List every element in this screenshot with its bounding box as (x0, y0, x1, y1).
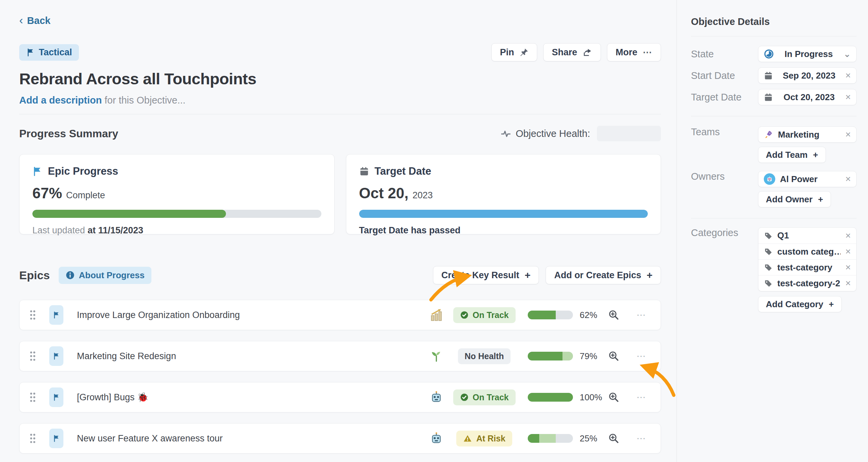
target-date-picker[interactable]: Oct 20, 2023 × (758, 89, 857, 105)
epic-percent: 62% (580, 310, 604, 320)
epic-row[interactable]: [Growth] Bugs 🐞 On Track 100% (19, 382, 661, 412)
state-select[interactable]: In Progress ⌄ (758, 46, 857, 62)
page-title: Rebrand Across all Touchpoints (19, 69, 661, 88)
main-content: ‹ Back Tactical Pin Share More ⋯ Rebrand… (0, 0, 676, 462)
add-team-button[interactable]: Add Team + (758, 147, 826, 163)
tag-icon (764, 231, 773, 240)
epic-name[interactable]: [Growth] Bugs 🐞 (77, 392, 148, 403)
epics-header: Epics About Progress Create Key Result +… (19, 266, 661, 284)
warning-triangle-icon (463, 434, 472, 443)
owners-label: Owners (691, 171, 758, 182)
plus-icon: + (818, 194, 823, 205)
share-button[interactable]: Share (543, 43, 601, 61)
health-badge[interactable]: On Track (453, 307, 516, 323)
drag-handle-icon[interactable] (29, 433, 36, 444)
divider (19, 114, 661, 114)
teams-label: Teams (691, 126, 758, 138)
health-badge[interactable]: No Health (458, 348, 511, 364)
chevron-down-icon: ⌄ (843, 49, 851, 59)
health-badge[interactable]: At Risk (456, 431, 512, 446)
tag-icon (764, 247, 773, 256)
epic-flag-chip (49, 429, 63, 448)
zoom-in-icon[interactable] (608, 433, 619, 444)
close-icon[interactable]: × (845, 278, 851, 289)
objective-type-badge[interactable]: Tactical (19, 44, 79, 61)
category-chip[interactable]: custom categ… × (758, 243, 856, 259)
close-icon[interactable]: × (845, 262, 851, 273)
category-chip[interactable]: test-category × (758, 259, 856, 275)
create-key-result-button[interactable]: Create Key Result + (433, 266, 539, 284)
drag-handle-icon[interactable] (29, 392, 36, 403)
close-icon[interactable]: × (845, 92, 851, 103)
epic-row[interactable]: New user Feature X awareness tour At Ris… (19, 423, 661, 454)
add-category-button[interactable]: Add Category + (758, 296, 842, 312)
about-progress-label: About Progress (79, 270, 145, 281)
close-icon[interactable]: × (845, 246, 851, 257)
rocket-icon (764, 130, 773, 139)
epic-row[interactable]: Improve Large Organization Onboarding On… (19, 300, 661, 330)
target-date-value: Oct 20, (359, 185, 409, 202)
plus-icon: + (525, 269, 531, 281)
ellipsis-icon: ⋯ (643, 47, 653, 58)
flag-icon (53, 393, 60, 401)
zoom-in-icon[interactable] (608, 309, 619, 321)
health-badge[interactable]: On Track (453, 389, 516, 405)
activity-pulse-icon (501, 128, 511, 139)
row-more-icon[interactable]: ⋯ (634, 433, 648, 444)
add-or-create-epics-label: Add or Create Epics (554, 270, 641, 281)
zoom-in-icon[interactable] (608, 392, 619, 403)
epic-flag-chip (49, 346, 63, 366)
teams-field: Teams Marketing × Add Team + (691, 126, 857, 163)
calendar-icon (764, 71, 773, 80)
row-more-icon[interactable]: ⋯ (634, 310, 648, 320)
category-chip[interactable]: test-category-2 × (758, 275, 856, 291)
pushpin-icon (519, 48, 529, 57)
chart-increasing-icon (429, 308, 444, 322)
calendar-icon (764, 93, 773, 102)
divider (691, 116, 857, 116)
more-button[interactable]: More ⋯ (607, 43, 661, 61)
objective-health: Objective Health: (501, 126, 661, 141)
owner-chip[interactable]: Al Power × (758, 171, 857, 187)
start-date-picker[interactable]: Sep 20, 2023 × (758, 67, 857, 84)
epic-row[interactable]: Marketing Site Redesign No Health 79% (19, 341, 661, 371)
close-icon[interactable]: × (845, 70, 851, 81)
close-icon[interactable]: × (845, 129, 851, 140)
epic-name[interactable]: New user Feature X awareness tour (77, 433, 223, 444)
drag-handle-icon[interactable] (29, 309, 36, 321)
back-button[interactable]: ‹ Back (19, 15, 51, 26)
add-or-create-epics-button[interactable]: Add or Create Epics + (546, 266, 661, 284)
about-progress-badge[interactable]: About Progress (59, 267, 151, 284)
row-more-icon[interactable]: ⋯ (634, 351, 648, 362)
close-icon[interactable]: × (845, 230, 851, 241)
drag-handle-icon[interactable] (29, 350, 36, 362)
epic-progress-bar (528, 434, 573, 443)
epic-name[interactable]: Marketing Site Redesign (77, 351, 176, 362)
categories-field: Categories Q1 × custom categ… × test-cat… (691, 227, 857, 312)
category-chip[interactable]: Q1 × (758, 228, 856, 243)
row-more-icon[interactable]: ⋯ (634, 392, 648, 403)
epics-heading: Epics (19, 269, 50, 282)
objective-health-value[interactable] (597, 126, 661, 141)
epics-list: Improve Large Organization Onboarding On… (19, 300, 661, 454)
pin-button[interactable]: Pin (491, 43, 537, 61)
divider (691, 36, 857, 36)
add-owner-button[interactable]: Add Owner + (758, 191, 831, 207)
epic-progress-bar (528, 393, 573, 402)
owner-avatar (764, 173, 775, 185)
check-circle-icon (460, 311, 469, 319)
divider (691, 218, 857, 219)
epic-name[interactable]: Improve Large Organization Onboarding (77, 310, 240, 320)
close-icon[interactable]: × (845, 174, 851, 184)
target-date-label: Target Date (691, 92, 758, 103)
sidebar-heading: Objective Details (691, 16, 857, 27)
flag-icon (53, 434, 60, 442)
header-row: Tactical Pin Share More ⋯ (19, 43, 661, 61)
add-description-link[interactable]: Add a description (19, 95, 102, 106)
owner-name: Al Power (780, 174, 841, 184)
team-chip[interactable]: Marketing × (758, 126, 857, 143)
target-date-title: Target Date (375, 165, 431, 177)
robot-icon (429, 432, 444, 445)
zoom-in-icon[interactable] (608, 350, 619, 362)
share-label: Share (552, 47, 577, 58)
